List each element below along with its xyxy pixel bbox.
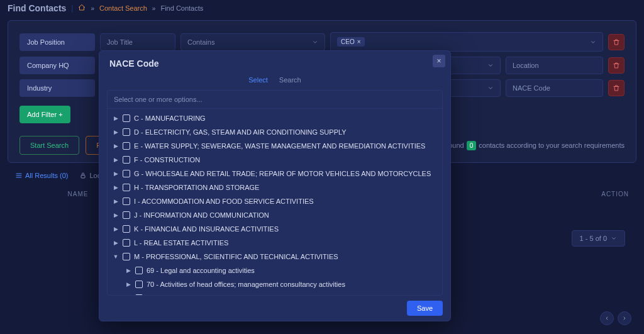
prev-page-button[interactable] — [600, 311, 614, 325]
checkbox[interactable] — [123, 198, 130, 205]
caret-down-icon[interactable]: ▼ — [113, 251, 119, 262]
tree-node[interactable]: ▶E - WATER SUPPLY; SEWERAGE, WASTE MANAG… — [111, 139, 438, 153]
caret-right-icon[interactable]: ▶ — [125, 292, 131, 295]
nace-input[interactable]: NACE Code — [506, 79, 603, 97]
tab-all-results[interactable]: All Results (0) — [15, 172, 68, 179]
results-count: We found 0 contacts according to your se… — [435, 141, 625, 150]
lock-icon — [79, 172, 87, 179]
tree-label: E - WATER SUPPLY; SEWERAGE, WASTE MANAGE… — [134, 140, 425, 152]
tree-label: D - ELECTRICITY, GAS, STEAM AND AIR COND… — [134, 126, 347, 138]
chevron-icon: » — [152, 5, 156, 12]
checkbox[interactable] — [123, 253, 130, 260]
tree-label: M - PROFESSIONAL, SCIENTIFIC AND TECHNIC… — [134, 251, 338, 262]
checkbox[interactable] — [123, 239, 130, 247]
filter-row: Job Position Job Title Contains CEO× — [19, 32, 625, 52]
tree-node[interactable]: ▶C - MANUFACTURING — [111, 111, 438, 125]
modal-title: NACE Code — [99, 51, 450, 74]
operator-select[interactable]: Contains — [180, 33, 325, 51]
caret-right-icon[interactable]: ▶ — [113, 140, 119, 152]
tree-node[interactable]: ▶J - INFORMATION AND COMMUNICATION — [111, 208, 438, 222]
tree-label: 69 - Legal and accounting activities — [147, 265, 255, 276]
select-hint: Select one or more options... — [108, 91, 442, 109]
modal-footer: Save — [99, 296, 450, 321]
modal-body: Select one or more options... ▶C - MANUF… — [107, 90, 443, 296]
tree-label: L - REAL ESTATE ACTIVITIES — [134, 237, 228, 248]
tag-remove-icon[interactable]: × — [357, 38, 361, 45]
tree-label: K - FINANCIAL AND INSURANCE ACTIVITIES — [134, 223, 279, 235]
delete-filter-button[interactable] — [608, 57, 625, 74]
tab-label: All Results (0) — [25, 172, 68, 179]
tree-label: G - WHOLESALE AND RETAIL TRADE; REPAIR O… — [134, 168, 431, 179]
checkbox[interactable] — [123, 211, 130, 219]
operator-value: Contains — [187, 38, 214, 46]
filter-chip: Industry — [19, 79, 95, 97]
col-action: ACTION — [601, 191, 629, 198]
tree-label: J - INFORMATION AND COMMUNICATION — [134, 209, 269, 221]
caret-right-icon[interactable]: ▶ — [113, 182, 119, 193]
caret-right-icon[interactable]: ▶ — [113, 113, 119, 124]
caret-right-icon[interactable]: ▶ — [125, 265, 131, 276]
caret-right-icon[interactable]: ▶ — [113, 209, 119, 221]
tree-node-child[interactable]: ▶70 - Activities of head offices; manage… — [111, 277, 438, 291]
checkbox[interactable] — [123, 156, 130, 164]
home-icon[interactable] — [78, 4, 86, 13]
caret-right-icon[interactable]: ▶ — [113, 196, 119, 207]
caret-right-icon[interactable]: ▶ — [125, 279, 131, 290]
save-button[interactable]: Save — [407, 301, 443, 316]
crumb-find-contacts: Find Contacts — [160, 4, 203, 12]
value-select[interactable]: CEO× — [330, 32, 603, 52]
svg-rect-0 — [81, 175, 85, 179]
tree-label: H - TRANSPORTATION AND STORAGE — [134, 182, 259, 193]
page-summary[interactable]: 1 - 5 of 0 — [572, 230, 625, 247]
value-tags: CEO× — [337, 37, 369, 47]
chevron-down-icon — [611, 235, 617, 242]
tag[interactable]: CEO× — [337, 37, 365, 47]
tree-node[interactable]: ▶K - FINANCIAL AND INSURANCE ACTIVITIES — [111, 222, 438, 236]
filter-chip: Job Position — [19, 33, 95, 51]
tab-locked[interactable]: Loc — [79, 172, 101, 179]
checkbox[interactable] — [135, 281, 143, 288]
tree-node[interactable]: ▶G - WHOLESALE AND RETAIL TRADE; REPAIR … — [111, 167, 438, 181]
checkbox[interactable] — [123, 128, 130, 136]
tree-label: 71 - Architectural and engineering activ… — [147, 292, 372, 295]
tree-node[interactable]: ▶F - CONSTRUCTION — [111, 153, 438, 167]
delete-filter-button[interactable] — [608, 80, 625, 96]
tag-label: CEO — [341, 38, 355, 45]
checkbox[interactable] — [123, 184, 130, 191]
checkbox[interactable] — [135, 267, 143, 274]
caret-right-icon[interactable]: ▶ — [113, 168, 119, 179]
modal-tabs: Select Search — [99, 74, 450, 90]
checkbox[interactable] — [123, 114, 130, 122]
chevron-down-icon — [487, 85, 494, 91]
nace-tree[interactable]: ▶C - MANUFACTURING▶D - ELECTRICITY, GAS,… — [108, 109, 442, 295]
tree-node-child[interactable]: ▶71 - Architectural and engineering acti… — [111, 291, 438, 295]
modal-tab-select[interactable]: Select — [248, 76, 268, 84]
caret-right-icon[interactable]: ▶ — [113, 154, 119, 165]
checkbox[interactable] — [135, 294, 143, 295]
tree-node-child[interactable]: ▶69 - Legal and accounting activities — [111, 264, 438, 277]
checkbox[interactable] — [123, 142, 130, 150]
tree-node[interactable]: ▶L - REAL ESTATE ACTIVITIES — [111, 236, 438, 250]
location-input[interactable]: Location — [506, 57, 603, 74]
nace-modal: × NACE Code Select Search Select one or … — [99, 50, 451, 321]
caret-right-icon[interactable]: ▶ — [113, 126, 119, 138]
checkbox[interactable] — [123, 225, 130, 233]
crumb-contact-search[interactable]: Contact Search — [99, 4, 147, 12]
filter-chip: Company HQ — [19, 57, 95, 74]
tree-node[interactable]: ▶I - ACCOMMODATION AND FOOD SERVICE ACTI… — [111, 194, 438, 208]
tree-node[interactable]: ▶D - ELECTRICITY, GAS, STEAM AND AIR CON… — [111, 125, 438, 139]
caret-right-icon[interactable]: ▶ — [113, 237, 119, 248]
tree-node[interactable]: ▼M - PROFESSIONAL, SCIENTIFIC AND TECHNI… — [111, 250, 438, 264]
checkbox[interactable] — [123, 170, 130, 177]
start-search-button[interactable]: Start Search — [19, 136, 79, 155]
modal-tab-search[interactable]: Search — [279, 76, 301, 84]
add-filter-button[interactable]: Add Filter + — [19, 106, 70, 123]
results-post: contacts according to your search requir… — [479, 142, 625, 149]
caret-right-icon[interactable]: ▶ — [113, 223, 119, 235]
filter-label: Job Title — [100, 33, 175, 51]
tree-node[interactable]: ▶H - TRANSPORTATION AND STORAGE — [111, 181, 438, 194]
chevron-down-icon — [312, 39, 318, 45]
delete-filter-button[interactable] — [608, 34, 625, 50]
close-button[interactable]: × — [433, 55, 445, 67]
next-page-button[interactable] — [618, 311, 631, 325]
